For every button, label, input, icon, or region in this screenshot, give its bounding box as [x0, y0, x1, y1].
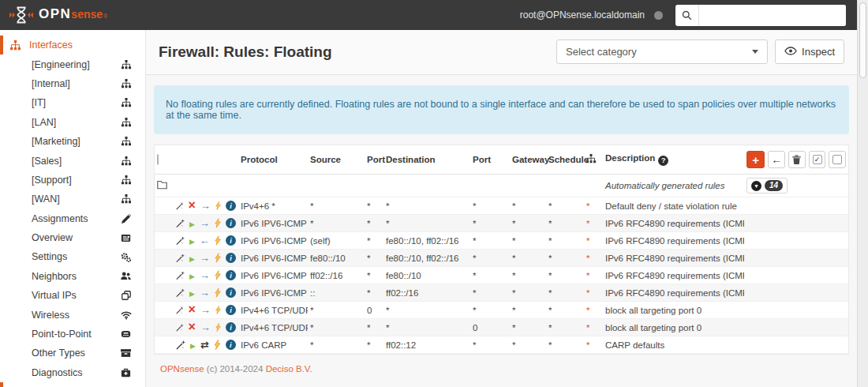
info-icon[interactable] — [226, 270, 236, 280]
description-cell: IPv6 RFC4890 requirements (ICMP) — [603, 250, 744, 267]
inspect-button[interactable]: Inspect — [775, 39, 844, 64]
main-content: Firewall: Rules: Floating Select categor… — [146, 30, 857, 387]
rule-row[interactable]: IPv4+6 * * * * * * * * Default deny / st… — [155, 197, 848, 215]
gateway-cell: * — [510, 232, 546, 250]
direction-icon — [200, 289, 210, 297]
sidebar-interface-item[interactable]: [LAN] — [0, 113, 145, 132]
info-icon[interactable] — [226, 305, 236, 315]
info-alert: No floating rules are currently defined.… — [154, 85, 849, 134]
rule-row[interactable]: IPv6 IPV6-ICMP * * * * * * * IPv6 RFC489… — [155, 215, 848, 232]
sidebar-item-virtual-ips[interactable]: Virtual IPs — [0, 286, 145, 305]
brand-sense-text: sense — [71, 8, 103, 21]
destination-cell: * — [383, 302, 470, 319]
source-cell: * — [308, 215, 365, 232]
direction-icon — [200, 341, 209, 349]
sidebar-item-other-types[interactable]: Other Types — [0, 344, 145, 363]
quick-bolt-icon — [215, 253, 221, 263]
col-gateway: Gateway — [510, 145, 546, 175]
move-selected-button[interactable]: ← — [768, 151, 785, 168]
magic-wand-icon[interactable] — [176, 323, 184, 333]
sidebar-item-interfaces[interactable]: Interfaces — [0, 36, 145, 54]
brand-logo[interactable]: OPNsense® — [9, 6, 107, 24]
interface-marker-cell: * — [584, 215, 603, 232]
info-icon[interactable] — [226, 235, 236, 246]
archive-box-icon — [120, 348, 132, 358]
magic-wand-icon[interactable] — [176, 340, 185, 350]
delete-selected-button[interactable] — [788, 151, 806, 168]
sidebar-interface-item[interactable]: [Support] — [0, 171, 145, 190]
col-destination: Destination — [383, 145, 470, 175]
magic-wand-icon[interactable] — [176, 236, 185, 246]
deciso-footer-link[interactable]: Deciso B.V. — [266, 364, 312, 374]
sidebar-item-diagnostics[interactable]: Diagnostics — [0, 363, 145, 382]
sidebar-item-label: Interfaces — [29, 39, 132, 51]
col-port2: Port — [470, 145, 510, 175]
schedule-cell: * — [546, 284, 584, 302]
sidebar-interface-item[interactable]: [Marketing] — [0, 132, 145, 151]
sidebar-interface-item[interactable]: [Engineering] — [0, 54, 145, 73]
magic-wand-icon[interactable] — [176, 219, 185, 228]
rule-row[interactable]: IPv6 IPV6-ICMP ff02::/16 * fe80::/10 * *… — [155, 267, 848, 284]
schedule-cell: * — [546, 232, 584, 250]
select-all-checkbox[interactable] — [157, 154, 159, 165]
description-cell: CARP defaults — [603, 336, 744, 354]
rule-row[interactable]: IPv6 IPV6-ICMP fe80::/10 * fe80::/10, ff… — [155, 250, 848, 267]
help-icon[interactable] — [658, 156, 668, 166]
magic-wand-icon[interactable] — [176, 254, 185, 263]
sidebar-item-overview[interactable]: Overview — [0, 228, 145, 247]
info-icon[interactable] — [226, 201, 236, 211]
info-icon[interactable] — [226, 253, 236, 263]
direction-icon — [200, 237, 210, 245]
row-select-cell — [155, 336, 174, 354]
protocol-cell: IPv6 IPV6-ICMP — [238, 232, 308, 250]
sidebar-item-neighbors[interactable]: Neighbors — [0, 267, 145, 286]
info-icon[interactable] — [226, 322, 236, 333]
sidebar-interface-item[interactable]: [Sales] — [0, 151, 145, 170]
info-icon[interactable] — [226, 287, 236, 298]
page-title: Firewall: Rules: Floating — [159, 43, 556, 61]
opnsense-footer-link[interactable]: OPNsense — [160, 364, 204, 374]
category-select[interactable]: Select category — [556, 39, 768, 64]
info-icon[interactable] — [226, 340, 236, 350]
description-cell: block all targeting port 0 — [603, 319, 744, 336]
scrollbar-thumb[interactable] — [859, 2, 866, 78]
source-cell: * — [308, 319, 365, 336]
quick-bolt-icon — [215, 201, 221, 211]
sidebar-item-point-to-point[interactable]: Point-to-Point — [0, 325, 145, 344]
schedule-cell: * — [546, 267, 584, 284]
sidebar-interface-item[interactable]: [WAN] — [0, 190, 145, 209]
sidebar-item-label: [LAN] — [32, 117, 120, 128]
sidebar-interface-item[interactable]: [IT] — [0, 93, 145, 112]
vertical-scrollbar[interactable] — [857, 0, 868, 387]
magic-wand-icon[interactable] — [176, 306, 184, 315]
magic-wand-icon[interactable] — [176, 288, 185, 298]
toggle-auto-rules-button[interactable]: 14 — [746, 178, 788, 194]
rule-row[interactable]: IPv6 IPV6-ICMP :: * ff02::/16 * * * * IP… — [155, 284, 848, 302]
sidebar-interface-item[interactable]: [Internal] — [0, 74, 145, 93]
info-icon[interactable] — [226, 218, 236, 228]
source-cell: * — [308, 197, 365, 215]
search-input[interactable] — [699, 5, 846, 26]
auto-rules-count-badge: 14 — [765, 180, 783, 191]
add-rule-button[interactable]: + — [746, 151, 765, 168]
action-icon — [190, 340, 196, 350]
rule-row[interactable]: IPv6 IPV6-ICMP (self) * fe80::/10, ff02:… — [155, 232, 848, 250]
magic-wand-icon[interactable] — [176, 271, 185, 280]
magic-wand-icon[interactable] — [176, 201, 184, 211]
select-all-button[interactable]: ✓ — [809, 151, 826, 168]
deselect-all-button[interactable] — [829, 151, 846, 168]
rule-row[interactable]: IPv6 CARP * * ff02::12 * * * * CARP defa… — [155, 336, 848, 354]
rule-row[interactable]: IPv4+6 TCP/UDP * 0 * * * * * block all t… — [155, 302, 848, 319]
sitemap-icon — [120, 60, 132, 70]
rules-table-panel: Protocol Source Port Destination Port Ga… — [154, 145, 849, 355]
direction-icon — [200, 220, 210, 227]
rule-row[interactable]: IPv4+6 TCP/UDP * * * 0 * * * block all t… — [155, 319, 848, 336]
eye-icon — [784, 46, 797, 58]
sidebar-item-assignments[interactable]: Assignments — [0, 209, 145, 228]
destination-port-cell: * — [470, 284, 510, 302]
sidebar-next-section-sliver[interactable] — [0, 382, 145, 387]
users-icon — [120, 271, 132, 281]
sidebar-item-settings[interactable]: Settings — [0, 247, 145, 266]
sidebar-item-wireless[interactable]: Wireless — [0, 305, 145, 324]
sitemap-icon — [120, 175, 132, 185]
